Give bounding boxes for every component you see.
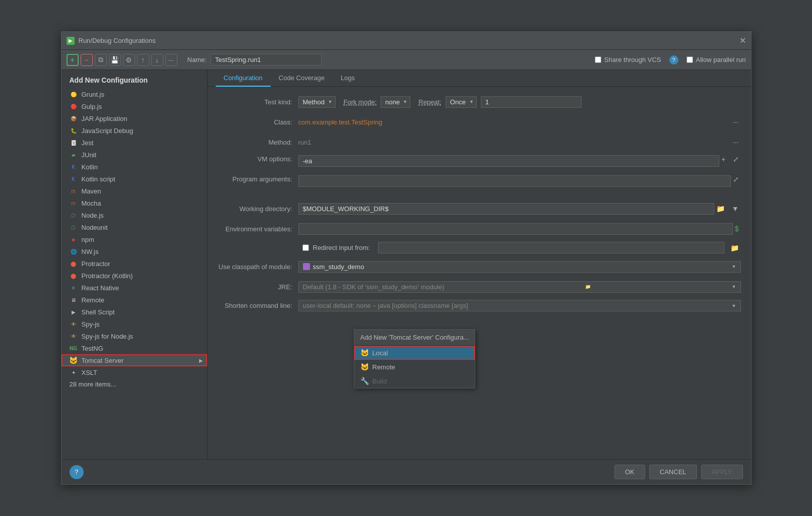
redirect-checkbox[interactable] <box>302 244 309 251</box>
sidebar-item-nodejs[interactable]: ⬡ Node.js <box>61 209 207 221</box>
working-dir-input[interactable] <box>298 203 714 215</box>
more-button[interactable]: ··· <box>165 54 177 66</box>
program-args-row: Program arguments: ⤢ <box>218 175 741 196</box>
sidebar-item-tomcat[interactable]: 🐱 Tomcat Server <box>61 354 207 366</box>
program-args-input[interactable] <box>298 175 731 187</box>
bottom-bar: ? OK CANCEL APPLY <box>61 459 751 484</box>
submenu-item-local[interactable]: 🐱 Local <box>354 346 475 360</box>
sidebar-item-grunt[interactable]: 🟡 Grunt.js <box>61 88 207 100</box>
name-input[interactable] <box>211 54 322 66</box>
working-dir-dropdown-button[interactable]: ▼ <box>730 205 741 213</box>
test-kind-dropdown[interactable]: Method <box>298 96 336 108</box>
title-bar: ▶ Run/Debug Configurations ✕ <box>61 32 751 50</box>
parallel-run-checkbox[interactable] <box>686 56 693 63</box>
tomcat-icon: 🐱 <box>70 356 78 364</box>
testng-icon: NG <box>70 344 78 352</box>
sidebar-item-nodeunit[interactable]: ⬡ Nodeunit <box>61 221 207 233</box>
vm-options-row: VM options: + ⤢ <box>218 155 741 169</box>
sidebar-item-shellscript[interactable]: ▶ Shell Script <box>61 306 207 318</box>
jar-icon: 📦 <box>70 114 78 122</box>
sidebar-item-jar[interactable]: 📦 JAR Application <box>61 112 207 124</box>
apply-button[interactable]: APPLY <box>701 465 743 479</box>
classpath-value: ssm_study_demo <box>313 263 364 271</box>
sidebar-item-more[interactable]: 28 more items... <box>61 378 207 390</box>
move-down-button[interactable]: ↓ <box>151 54 163 66</box>
sidebar-item-jsdebug[interactable]: 🐛 JavaScript Debug <box>61 124 207 137</box>
class-more-button[interactable]: ··· <box>731 118 741 126</box>
ok-button[interactable]: OK <box>614 465 645 479</box>
move-up-button[interactable]: ↑ <box>137 54 149 66</box>
env-vars-input[interactable] <box>298 223 733 235</box>
sidebar-item-testng[interactable]: NG TestNG <box>61 342 207 354</box>
sidebar-item-junit[interactable]: ▰ JUnit <box>61 149 207 161</box>
jre-arrow-down: ▼ <box>732 284 736 289</box>
copy-config-button[interactable]: ⧉ <box>95 54 107 66</box>
sidebar-item-jest[interactable]: 🃏 Jest <box>61 137 207 149</box>
save-config-button[interactable]: 💾 <box>109 54 121 66</box>
remove-config-button[interactable]: − <box>81 54 93 66</box>
sidebar-title: Add New Configuration <box>61 74 207 88</box>
submenu-item-remote[interactable]: 🐱 Remote <box>354 360 475 374</box>
gear-button[interactable]: ⚙ <box>123 54 135 66</box>
method-row: Method: run1 ··· <box>218 135 741 149</box>
tab-configuration[interactable]: Configuration <box>216 70 271 87</box>
sidebar-item-maven[interactable]: m Maven <box>61 185 207 197</box>
tab-codecoverage[interactable]: Code Coverage <box>271 70 333 87</box>
name-label: Name: <box>188 56 207 63</box>
protractorkotlin-label: Protractor (Kotlin) <box>82 272 133 280</box>
submenu-item-build[interactable]: 🔧 Build <box>354 374 475 388</box>
cancel-button[interactable]: CANCEL <box>649 465 697 479</box>
repeat-count-input[interactable] <box>481 96 582 108</box>
gulp-label: Gulp.js <box>82 103 102 110</box>
sidebar-item-remote[interactable]: 🖥 Remote <box>61 294 207 306</box>
method-more-button[interactable]: ··· <box>731 138 741 146</box>
program-args-expand-button[interactable]: ⤢ <box>731 175 741 183</box>
jre-dropdown[interactable]: Default (1.8 - SDK of 'ssm_study_demo' m… <box>298 281 741 293</box>
config-content: Test kind: Method Fork mode: none <box>208 87 751 459</box>
help-icon[interactable]: ? <box>669 55 678 64</box>
tab-logs[interactable]: Logs <box>333 70 363 87</box>
share-vcs-label[interactable]: Share through VCS <box>595 56 661 63</box>
share-vcs-checkbox[interactable] <box>595 56 601 63</box>
working-dir-browse-button[interactable]: 📁 <box>714 205 727 213</box>
submenu-header: Add New 'Tomcat Server' Configura... <box>354 330 475 346</box>
shellscript-icon: ▶ <box>70 308 78 316</box>
fork-mode-dropdown[interactable]: none <box>381 96 410 108</box>
vm-options-input[interactable] <box>298 155 720 167</box>
repeat-dropdown[interactable]: Once <box>446 96 477 108</box>
vm-options-add-button[interactable]: + <box>719 155 727 163</box>
maven-label: Maven <box>82 187 101 195</box>
sidebar-item-kotlinscript[interactable]: K Kotlin script <box>61 173 207 185</box>
sidebar-item-xslt[interactable]: ✦ XSLT <box>61 366 207 378</box>
sidebar-item-spyjsnode[interactable]: 👁 Spy-js for Node.js <box>61 330 207 342</box>
add-config-button[interactable]: + <box>67 54 79 66</box>
sidebar-item-kotlin[interactable]: K Kotlin <box>61 161 207 173</box>
sidebar-item-mocha[interactable]: m Mocha <box>61 197 207 209</box>
parallel-run-label[interactable]: Allow parallel run <box>686 56 746 63</box>
redirect-input[interactable] <box>378 242 724 253</box>
sidebar-item-npm[interactable]: ■ npm <box>61 233 207 245</box>
sidebar-item-spyjs[interactable]: 👁 Spy-js <box>61 318 207 330</box>
close-button[interactable]: ✕ <box>739 36 746 45</box>
redirect-browse-button[interactable]: 📁 <box>728 244 741 252</box>
shellscript-label: Shell Script <box>82 308 115 316</box>
dialog-title: Run/Debug Configurations <box>79 37 156 44</box>
shorten-arrow: ▼ <box>732 303 736 308</box>
vm-options-expand-button[interactable]: ⤢ <box>731 155 741 163</box>
shorten-row: Shorten command line: user-local default… <box>218 300 741 311</box>
env-vars-edit-button[interactable]: $ <box>733 225 741 233</box>
sidebar-item-protractorkotlin[interactable]: ⬤ Protractor (Kotlin) <box>61 270 207 282</box>
xslt-label: XSLT <box>82 369 98 376</box>
sidebar-item-reactnative[interactable]: ⚛ React Native <box>61 282 207 294</box>
sidebar-item-protractor[interactable]: ⬤ Protractor <box>61 257 207 270</box>
spyjs-icon: 👁 <box>70 320 78 328</box>
nwjs-icon: 🌐 <box>70 247 78 255</box>
method-row-actions: ··· <box>731 138 741 146</box>
classpath-dropdown[interactable]: ssm_study_demo ▼ <box>298 261 741 273</box>
footer-help-button[interactable]: ? <box>70 465 84 479</box>
sidebar-item-gulp[interactable]: 🔴 Gulp.js <box>61 100 207 112</box>
env-vars-label: Environment variables: <box>218 225 298 233</box>
test-kind-inline: Method Fork mode: none <box>298 96 741 108</box>
shorten-dropdown[interactable]: user-local default: none – java [options… <box>298 300 741 311</box>
sidebar-item-nwjs[interactable]: 🌐 NW.js <box>61 245 207 257</box>
